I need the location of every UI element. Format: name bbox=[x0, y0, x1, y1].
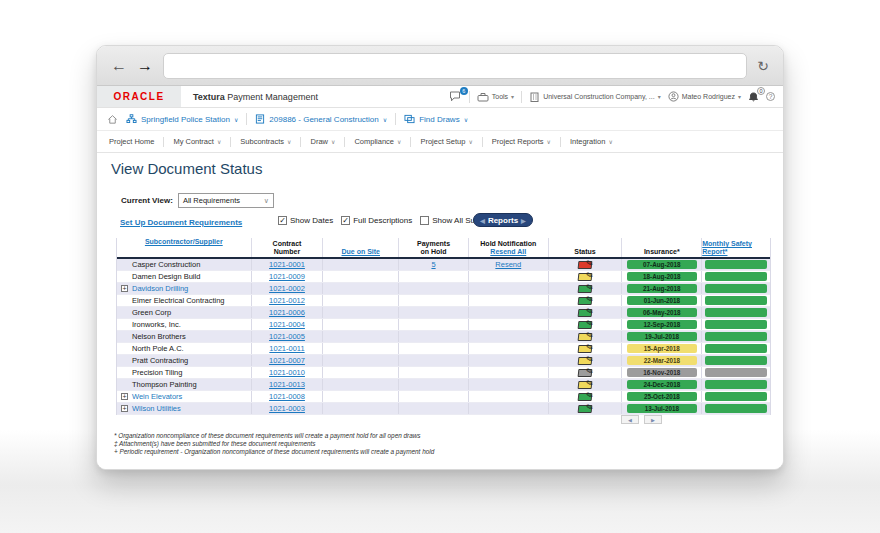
safety-report-bar bbox=[705, 392, 767, 401]
status-cell: ✎ bbox=[549, 403, 623, 414]
contract-number-link[interactable]: 1021-0008 bbox=[269, 392, 305, 401]
draws-icon bbox=[404, 114, 415, 124]
subcontractor-cell: Elmer Electrical Contracting bbox=[117, 295, 252, 306]
user-menu[interactable]: Mateo Rodriguez ▾ bbox=[668, 91, 741, 102]
oracle-logo: ORACLE bbox=[97, 86, 181, 107]
breadcrumb-project[interactable]: Springfield Police Station ∨ bbox=[126, 114, 238, 124]
page-next-button[interactable]: ▶ bbox=[644, 415, 662, 424]
contract-number-link[interactable]: 1021-0007 bbox=[269, 356, 305, 365]
nav-item-draw[interactable]: Draw∨ bbox=[310, 137, 335, 146]
back-icon[interactable]: ← bbox=[111, 58, 127, 74]
nav-item-project-reports[interactable]: Project Reports∨ bbox=[492, 137, 551, 146]
insurance-date-badge: 22-Mar-2018 bbox=[627, 356, 697, 365]
contract-number-link[interactable]: 1021-0009 bbox=[269, 272, 305, 281]
subcontractor-cell: Ironworks, Inc. bbox=[117, 319, 252, 330]
column-header-safety-report[interactable]: Monthly Safety Report* bbox=[702, 238, 770, 257]
nav-item-project-home[interactable]: Project Home bbox=[109, 137, 154, 146]
pen-icon: ✎ bbox=[585, 367, 594, 376]
checkbox-box[interactable] bbox=[420, 216, 429, 225]
table-row: Thompson Painting 1021-0013 ✎ 24-Dec-201… bbox=[117, 379, 770, 391]
table-row: Pratt Contracting 1021-0007 ✎ 22-Mar-201… bbox=[117, 355, 770, 367]
contract-number-link[interactable]: 1021-0006 bbox=[269, 308, 305, 317]
checkbox-box[interactable]: ✓ bbox=[278, 216, 287, 225]
column-header-due-on-site[interactable]: Due on Site bbox=[323, 238, 399, 257]
contract-number-link[interactable]: 1021-0010 bbox=[269, 368, 305, 377]
resend-link[interactable]: Resend bbox=[495, 260, 521, 269]
subcontractor-cell: + Davidson Drilling bbox=[117, 283, 252, 294]
contract-number-link[interactable]: 1021-0003 bbox=[269, 404, 305, 413]
status-cell: ✎ bbox=[549, 283, 623, 294]
column-header-label: Status bbox=[574, 248, 595, 256]
url-bar[interactable] bbox=[163, 53, 747, 79]
nav-item-integration[interactable]: Integration∨ bbox=[570, 137, 613, 146]
breadcrumb: Springfield Police Station ∨ 209886 - Ge… bbox=[97, 108, 783, 131]
subcontractor-name[interactable]: Wein Elevators bbox=[132, 392, 182, 401]
divider bbox=[482, 137, 483, 147]
expand-row-icon[interactable]: + bbox=[121, 285, 128, 292]
help-icon[interactable]: ? bbox=[766, 92, 775, 101]
nav-item-compliance[interactable]: Compliance∨ bbox=[354, 137, 401, 146]
checkbox-show-dates[interactable]: ✓ Show Dates bbox=[278, 216, 333, 225]
status-cell: ✎ bbox=[549, 367, 623, 378]
status-cell: ✎ bbox=[549, 343, 623, 354]
subcontractor-cell: Damen Design Build bbox=[117, 271, 252, 282]
contract-number-link[interactable]: 1021-0002 bbox=[269, 284, 305, 293]
table-row: + Wein Elevators 1021-0008 ✎ 25-Oct-2018 bbox=[117, 391, 770, 403]
contract-number-link[interactable]: 1021-0013 bbox=[269, 380, 305, 389]
payments-on-hold-link[interactable]: 5 bbox=[431, 260, 435, 269]
company-menu[interactable]: Universal Construction Company, ... ▾ bbox=[529, 92, 661, 102]
safety-report-bar bbox=[705, 272, 767, 281]
content: View Document Status Current View: All R… bbox=[97, 153, 783, 470]
page-prev-button[interactable]: ◀ bbox=[621, 415, 639, 424]
subcontractor-name: Pratt Contracting bbox=[132, 356, 188, 365]
expand-row-icon[interactable]: + bbox=[121, 393, 128, 400]
setup-document-requirements-link[interactable]: Set Up Document Requirements bbox=[120, 218, 242, 227]
column-header-subcontractor[interactable]: Subcontractor/Supplier bbox=[117, 238, 252, 257]
main-nav: Project HomeMy Contract∨Subcontracts∨Dra… bbox=[97, 131, 783, 153]
column-header-label[interactable]: Subcontractor/Supplier bbox=[145, 238, 223, 246]
home-icon[interactable] bbox=[107, 114, 118, 125]
divider bbox=[560, 137, 561, 147]
contract-number-link[interactable]: 1021-0004 bbox=[269, 320, 305, 329]
due-on-site-cell bbox=[323, 319, 399, 330]
nav-item-label: Compliance bbox=[354, 137, 394, 146]
contract-number-link[interactable]: 1021-0011 bbox=[269, 344, 304, 353]
nav-item-project-setup[interactable]: Project Setup∨ bbox=[420, 137, 472, 146]
due-on-site-cell bbox=[323, 307, 399, 318]
contract-number-link[interactable]: 1021-0001 bbox=[269, 260, 305, 269]
checkbox-full-descriptions[interactable]: ✓ Full Descriptions bbox=[341, 216, 412, 225]
safety-report-bar bbox=[705, 380, 767, 389]
subcontractor-name: Thompson Painting bbox=[132, 380, 197, 389]
safety-report-bar bbox=[705, 404, 767, 413]
subcontractor-name[interactable]: Davidson Drilling bbox=[132, 284, 188, 293]
column-header-label[interactable]: Resend All bbox=[490, 248, 526, 256]
contract-number-link[interactable]: 1021-0012 bbox=[269, 296, 305, 305]
reports-button[interactable]: ◀ Reports ▶ bbox=[473, 213, 533, 227]
expand-row-icon[interactable]: + bbox=[121, 405, 128, 412]
checkbox-box[interactable]: ✓ bbox=[341, 216, 350, 225]
column-header-label[interactable]: Monthly Safety Report* bbox=[702, 240, 770, 256]
contract-number-link[interactable]: 1021-0005 bbox=[269, 332, 305, 341]
product-title-bold: Textura bbox=[193, 92, 225, 102]
notifications-bell-icon[interactable]: 0 bbox=[748, 91, 759, 102]
nav-item-my-contract[interactable]: My Contract∨ bbox=[173, 137, 221, 146]
current-view-select[interactable]: All Requirements ∨ bbox=[178, 193, 274, 208]
breadcrumb-contract[interactable]: 209886 - General Construction ∨ bbox=[255, 114, 387, 124]
subcontractor-name[interactable]: Wilson Utilities bbox=[132, 404, 181, 413]
status-cell: ✎ bbox=[549, 391, 623, 402]
column-header-label[interactable]: Due on Site bbox=[342, 248, 381, 256]
insurance-date-badge: 25-Oct-2018 bbox=[627, 392, 697, 401]
forward-icon[interactable]: → bbox=[137, 58, 153, 74]
chevron-down-icon: ▾ bbox=[738, 93, 741, 100]
column-header-insurance: Insurance* bbox=[622, 238, 702, 257]
nav-item-subcontracts[interactable]: Subcontracts∨ bbox=[240, 137, 291, 146]
tools-menu[interactable]: Tools ▾ bbox=[477, 92, 514, 102]
reload-icon[interactable]: ↻ bbox=[757, 58, 769, 74]
divider bbox=[410, 137, 411, 147]
column-header-hold-notification[interactable]: Hold NotificationResend All bbox=[469, 238, 549, 257]
messages-icon[interactable]: 6 bbox=[449, 91, 462, 102]
safety-report-bar bbox=[705, 284, 767, 293]
table-row: Ironworks, Inc. 1021-0004 ✎ 12-Sep-2018 bbox=[117, 319, 770, 331]
divider bbox=[395, 113, 396, 125]
breadcrumb-find-draws[interactable]: Find Draws ∨ bbox=[404, 114, 468, 124]
